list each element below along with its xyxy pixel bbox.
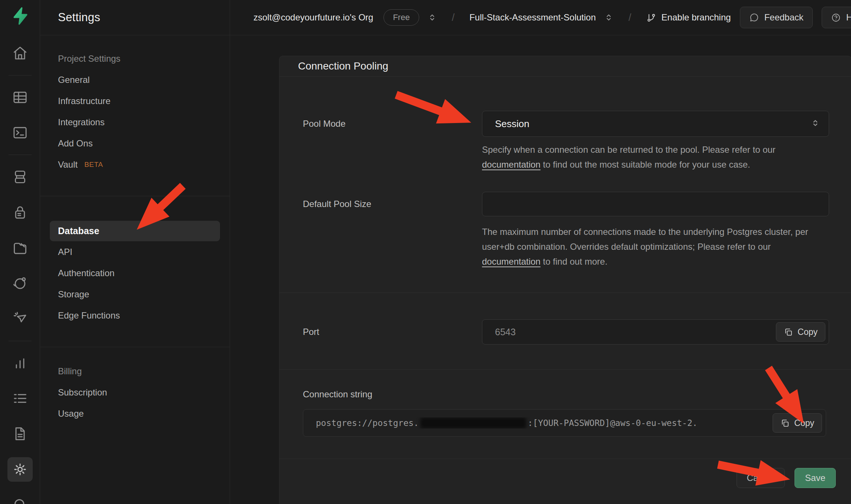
- rail-divider: [9, 155, 32, 155]
- settings-sidebar: Settings Project Settings General Infras…: [40, 0, 230, 504]
- home-icon[interactable]: [7, 41, 33, 65]
- sidebar-item-api[interactable]: API: [40, 241, 230, 262]
- page-title: Settings: [58, 11, 100, 24]
- icon-rail: [0, 0, 40, 504]
- chevrons-up-down-icon: [604, 13, 614, 22]
- git-branch-icon: [646, 13, 656, 23]
- pool-mode-description: Specify when a connection can be returne…: [482, 142, 829, 172]
- default-pool-size-label: Default Pool Size: [279, 199, 482, 209]
- connection-string-copy-button[interactable]: Copy: [773, 413, 822, 433]
- top-bar: zsolt@codeyourfuture.io's Org Free / Ful…: [230, 0, 851, 35]
- sql-editor-icon[interactable]: [7, 120, 33, 145]
- realtime-icon[interactable]: [7, 271, 33, 295]
- copy-icon: [780, 419, 790, 428]
- database-icon[interactable]: [7, 165, 33, 189]
- rail-divider: [9, 75, 32, 75]
- nav-divider: [40, 196, 230, 196]
- sidebar-item-usage[interactable]: Usage: [40, 403, 230, 424]
- nav-divider: [40, 347, 230, 347]
- sidebar-item-authentication[interactable]: Authentication: [40, 262, 230, 284]
- docs-icon[interactable]: [7, 421, 33, 446]
- message-bubble-icon: [749, 13, 759, 23]
- sidebar-item-edge-functions[interactable]: Edge Functions: [40, 305, 230, 326]
- feedback-button[interactable]: Feedback: [740, 7, 813, 28]
- connection-string-section: Connection string postgres://postgres. :…: [279, 370, 851, 459]
- supabase-bolt-logo[interactable]: [9, 6, 31, 26]
- sidebar-item-general[interactable]: General: [40, 69, 230, 90]
- breadcrumb-separator: /: [452, 12, 455, 23]
- sidebar-item-integrations[interactable]: Integrations: [40, 112, 230, 133]
- documentation-link[interactable]: documentation: [482, 256, 540, 266]
- project-breadcrumb[interactable]: Full-Stack-Assessment-Solution: [469, 12, 596, 23]
- nav-section-project-settings: Project Settings: [40, 48, 230, 69]
- port-section: Port 6543 Copy: [279, 293, 851, 369]
- connection-pooling-panel: Connection Pooling Pool Mode Session Spe…: [279, 56, 851, 504]
- connection-string-label: Connection string: [279, 389, 851, 400]
- help-circle-icon: [831, 13, 841, 23]
- content-area: Connection Pooling Pool Mode Session Spe…: [230, 35, 851, 504]
- port-input[interactable]: 6543 Copy: [482, 319, 829, 345]
- breadcrumb-separator: /: [628, 12, 631, 23]
- sidebar-item-add-ons[interactable]: Add Ons: [40, 133, 230, 154]
- cancel-button[interactable]: Cancel: [737, 468, 785, 488]
- enable-branching-button[interactable]: Enable branching: [646, 12, 731, 23]
- sidebar-item-subscription[interactable]: Subscription: [40, 382, 230, 403]
- panel-header: Connection Pooling: [279, 56, 851, 77]
- port-value: 6543: [482, 327, 516, 337]
- settings-sidebar-header: Settings: [40, 0, 230, 35]
- help-button[interactable]: Help: [822, 7, 851, 28]
- storage-icon[interactable]: [7, 236, 33, 260]
- connection-string-box[interactable]: postgres://postgres. :[YOUR-PASSWORD]@aw…: [303, 409, 826, 437]
- org-breadcrumb[interactable]: zsolt@codeyourfuture.io's Org: [253, 12, 373, 23]
- panel-footer: Cancel Save: [279, 459, 851, 500]
- supabase-settings-page: { "brand": {"green": "#3ecf8e", "green_d…: [0, 0, 851, 504]
- reports-icon[interactable]: [7, 351, 33, 375]
- authentication-icon[interactable]: [7, 200, 33, 225]
- org-switcher-button[interactable]: [427, 13, 437, 22]
- table-editor-icon[interactable]: [7, 85, 33, 110]
- sidebar-item-database[interactable]: Database: [50, 221, 220, 241]
- pool-mode-value: Session: [482, 118, 530, 130]
- default-pool-size-input[interactable]: [482, 192, 829, 216]
- pool-mode-select[interactable]: Session: [482, 111, 829, 137]
- plan-badge[interactable]: Free: [384, 9, 419, 26]
- redacted-project-ref: [420, 417, 526, 429]
- port-label: Port: [279, 327, 482, 337]
- port-copy-button[interactable]: Copy: [776, 322, 825, 342]
- sidebar-item-storage[interactable]: Storage: [40, 284, 230, 305]
- settings-icon[interactable]: [7, 457, 33, 482]
- sidebar-item-vault[interactable]: Vault BETA: [40, 154, 230, 175]
- pool-settings-section: Pool Mode Session Specify when a connect…: [279, 77, 851, 293]
- default-pool-size-description: The maximum number of connections made t…: [482, 224, 829, 269]
- main-area: zsolt@codeyourfuture.io's Org Free / Ful…: [230, 0, 851, 504]
- nav-section-billing: Billing: [40, 361, 230, 382]
- select-chevrons-icon: [810, 118, 821, 130]
- logs-icon[interactable]: [7, 386, 33, 411]
- documentation-link[interactable]: documentation: [482, 159, 540, 169]
- search-icon[interactable]: [7, 492, 33, 504]
- panel-title: Connection Pooling: [298, 60, 388, 72]
- connection-string-value: postgres://postgres. :[YOUR-PASSWORD]@aw…: [303, 417, 698, 429]
- beta-badge: BETA: [84, 161, 103, 169]
- chevrons-up-down-icon: [427, 13, 437, 22]
- pool-mode-label: Pool Mode: [279, 119, 482, 129]
- sidebar-item-infrastructure[interactable]: Infrastructure: [40, 90, 230, 112]
- save-button[interactable]: Save: [795, 468, 836, 488]
- rail-divider: [9, 341, 32, 341]
- settings-nav-list: Project Settings General Infrastructure …: [40, 35, 230, 424]
- project-switcher-button[interactable]: [604, 13, 614, 22]
- copy-icon: [784, 327, 793, 337]
- advisors-icon[interactable]: [7, 307, 33, 331]
